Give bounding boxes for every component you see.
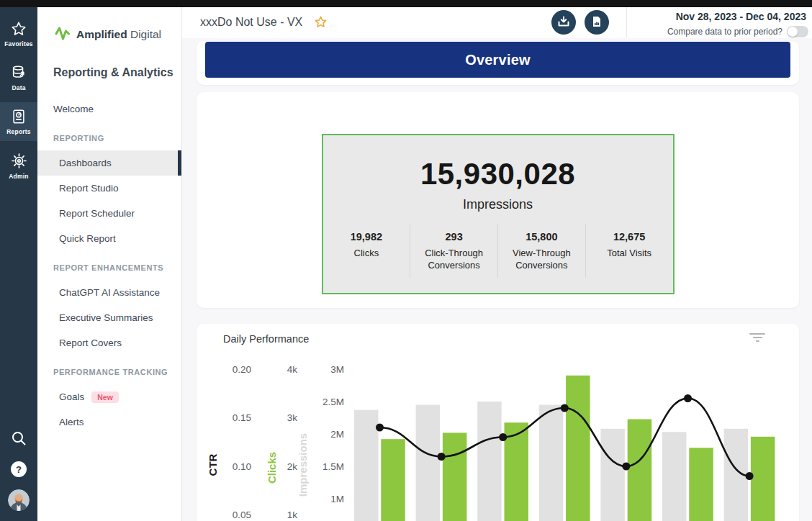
rail-item-label: Reports	[6, 128, 31, 135]
bar-clicks[interactable]	[689, 448, 713, 521]
bar-clicks[interactable]	[381, 439, 405, 521]
rail-item-label: Admin	[9, 173, 28, 180]
bar-impressions[interactable]	[600, 429, 625, 521]
star-outline-icon[interactable]	[314, 15, 328, 32]
gear-icon	[11, 153, 27, 169]
axis-tick-ctr: 0.15	[233, 412, 251, 423]
axis-tick-ctr: 0.05	[233, 509, 251, 520]
daily-performance-card: Daily Performance 0.200.150.100.054k3k2k…	[197, 324, 799, 521]
summary-stat-row: 19,982Clicks293Click-Through Conversions…	[323, 224, 673, 278]
topbar-divider	[626, 7, 627, 38]
sidebar-item-goals[interactable]: GoalsNew	[37, 384, 181, 409]
bar-impressions[interactable]	[354, 410, 379, 521]
search-icon[interactable]	[11, 430, 27, 449]
axis-tick-clicks: 4k	[287, 364, 298, 375]
user-avatar[interactable]	[8, 489, 30, 511]
brand-bold: Amplified	[76, 28, 127, 40]
dot-ctr[interactable]	[561, 404, 569, 412]
nav-section-report-enhancements: REPORT ENHANCEMENTS	[37, 255, 181, 280]
sidebar-item-label: Report Studio	[59, 183, 119, 194]
new-badge: New	[91, 391, 119, 403]
main-content: Overview 15,930,028 Impressions 19,982Cl…	[182, 38, 812, 521]
bar-impressions[interactable]	[662, 432, 687, 521]
sidebar-item-chatgpt-ai-assistance[interactable]: ChatGPT AI Assistance	[37, 280, 181, 305]
sidebar-item-report-scheduler[interactable]: Report Scheduler	[37, 201, 181, 226]
sidebar-item-quick-report[interactable]: Quick Report	[37, 226, 181, 251]
daily-performance-chart: 0.200.150.100.054k3k2k1k3M2.5M2M1.5M1MCT…	[197, 324, 799, 521]
sidebar-item-alerts[interactable]: Alerts	[37, 409, 181, 435]
toggle-knob	[788, 27, 798, 37]
rail-item-favorites[interactable]: Favorites	[0, 14, 37, 53]
axis-title-ctr: CTR	[207, 453, 219, 476]
database-icon	[11, 65, 27, 81]
topbar-actions	[551, 10, 609, 35]
bar-clicks[interactable]	[443, 432, 467, 521]
rail-item-data[interactable]: Data	[0, 58, 37, 97]
help-button[interactable]: ?	[11, 461, 27, 477]
bar-impressions[interactable]	[477, 402, 502, 521]
brand-logo[interactable]: Amplified Digital	[37, 7, 181, 45]
sidebar: Amplified Digital Reporting & Analytics …	[37, 7, 182, 521]
stat-value: 19,982	[328, 231, 406, 243]
sidebar-item-label: Goals	[59, 391, 84, 402]
sidebar-item-executive-summaries[interactable]: Executive Summaries	[37, 305, 181, 330]
nav-section-performance-tracking: PERFORMANCE TRACKING	[37, 359, 181, 384]
sidebar-item-report-studio[interactable]: Report Studio	[37, 176, 181, 201]
dot-ctr[interactable]	[684, 394, 692, 402]
compare-control: Compare data to prior period?	[667, 26, 808, 37]
summary-card: 15,930,028 Impressions 19,982Clicks293Cl…	[197, 92, 799, 308]
sidebar-item-report-covers[interactable]: Report Covers	[37, 330, 181, 355]
bar-clicks[interactable]	[751, 437, 775, 521]
sidebar-item-welcome[interactable]: Welcome	[37, 96, 181, 122]
bar-impressions[interactable]	[416, 405, 441, 521]
app-root: FavoritesDataReportsAdmin ?	[0, 0, 812, 521]
star-icon	[11, 21, 27, 37]
sidebar-item-label: Welcome	[53, 104, 94, 114]
sidebar-item-label: Dashboards	[59, 158, 112, 168]
axis-tick-impressions: 3M	[330, 364, 344, 375]
dot-ctr[interactable]	[622, 463, 630, 471]
dot-ctr[interactable]	[376, 424, 384, 432]
axis-title-clicks: Clicks	[266, 452, 278, 484]
axis-tick-clicks: 3k	[287, 412, 298, 423]
rail-items: FavoritesDataReportsAdmin	[0, 7, 37, 191]
download-icon	[557, 15, 570, 30]
brand-name: Amplified Digital	[76, 28, 161, 41]
sidebar-title: Reporting & Analytics	[37, 45, 181, 79]
bar-impressions[interactable]	[539, 405, 564, 521]
sidebar-item-dashboards[interactable]: Dashboards	[37, 150, 181, 176]
bar-clicks[interactable]	[628, 420, 652, 521]
summary-stat-clicks: 19,982Clicks	[323, 224, 410, 278]
summary-stat-click-through-conversions: 293Click-Through Conversions	[410, 224, 497, 278]
nav-section-reporting: REPORTING	[37, 125, 181, 150]
stat-value: 293	[415, 231, 493, 243]
overview-title: Overview	[465, 52, 531, 68]
brand-regular: Digital	[130, 28, 161, 40]
report-icon	[11, 109, 27, 124]
dot-ctr[interactable]	[746, 472, 754, 480]
date-range[interactable]: Nov 28, 2023 - Dec 04, 2023	[676, 11, 806, 22]
dot-ctr[interactable]	[438, 453, 446, 461]
rail-item-admin[interactable]: Admin	[0, 146, 37, 186]
axis-tick-clicks: 1k	[287, 509, 298, 520]
stat-label: Total Visits	[590, 248, 669, 260]
rail-item-reports[interactable]: Reports	[0, 102, 37, 141]
sidebar-item-label: Report Scheduler	[59, 208, 135, 219]
stat-value: 15,800	[502, 231, 581, 243]
stat-label: View-Through Conversions	[502, 248, 581, 272]
report-document-button[interactable]	[585, 10, 609, 35]
axis-title-impressions: Impressions	[297, 433, 309, 497]
summary-stat-view-through-conversions: 15,800View-Through Conversions	[497, 224, 585, 278]
bar-clicks[interactable]	[566, 376, 590, 521]
compare-toggle[interactable]	[787, 26, 808, 37]
summary-stat-box[interactable]: 15,930,028 Impressions 19,982Clicks293Cl…	[322, 134, 675, 294]
stat-label: Click-Through Conversions	[415, 248, 493, 272]
rail-bottom: ?	[0, 430, 37, 511]
export-download-button[interactable]	[551, 10, 576, 35]
dot-ctr[interactable]	[499, 433, 507, 441]
sidebar-nav: WelcomeREPORTINGDashboardsReport StudioR…	[37, 96, 181, 435]
sidebar-item-label: Alerts	[59, 417, 84, 427]
axis-tick-ctr: 0.10	[233, 461, 251, 472]
topbar: xxxDo Not Use - VX	[182, 7, 812, 38]
axis-tick-ctr: 0.20	[233, 364, 251, 375]
